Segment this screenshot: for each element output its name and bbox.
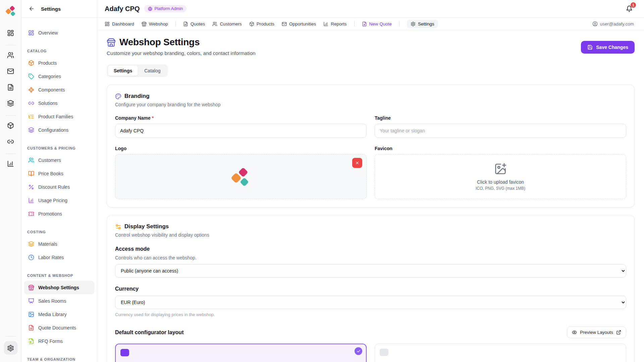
storefront-icon (107, 38, 116, 47)
currency-select[interactable]: EUR (Euro) (115, 296, 626, 309)
nav-item-label: Opportunities (289, 21, 316, 26)
mail-icon (7, 68, 14, 75)
back-button[interactable] (27, 4, 36, 13)
tab-settings[interactable]: Settings (108, 66, 138, 76)
settings-sidebar: Settings OverviewCATALOGProductsCategori… (21, 0, 97, 362)
divider (399, 21, 399, 26)
remove-logo-button[interactable] (352, 158, 362, 168)
company-name-input[interactable] (115, 124, 367, 138)
rail-reports-button[interactable] (4, 157, 17, 170)
sidebar-item-overview[interactable]: Overview (24, 26, 94, 40)
external-link-icon (616, 330, 621, 335)
rail-nav (4, 26, 17, 173)
store-icon (142, 21, 147, 26)
nav-item-label: Products (257, 21, 274, 26)
page-content: Webshop Settings Customize your webshop … (97, 30, 644, 362)
rail-settings-button[interactable] (4, 341, 17, 355)
user-menu[interactable]: user@adafy.com (592, 21, 634, 26)
rail-dashboard-button[interactable] (4, 26, 17, 40)
nav-item-dashboard[interactable]: Dashboard (105, 20, 134, 28)
app-name: Adafy CPQ (105, 5, 140, 13)
rail-products-button[interactable] (4, 119, 17, 132)
preview-layouts-button[interactable]: Preview Layouts (567, 326, 626, 338)
divider (6, 336, 16, 337)
display-settings-card: Display Settings Control webshop visibil… (107, 215, 635, 362)
nav-item-reports[interactable]: Reports (323, 20, 346, 28)
rail-solutions-button[interactable] (4, 135, 17, 148)
sidebar-item-product-families[interactable]: Product Families (24, 110, 94, 123)
logo-label: Logo (115, 146, 367, 151)
rail-customers-button[interactable] (4, 48, 17, 62)
sidebar-item-webshop-settings[interactable]: Webshop Settings (24, 281, 94, 294)
tagline-input[interactable] (375, 124, 626, 138)
branding-fields-row: Company Name * Tagline (115, 115, 626, 138)
nav-item-customers[interactable]: Customers (212, 20, 241, 28)
sidebar-item-quote-documents[interactable]: Quote Documents (24, 321, 94, 335)
sidebar-item-components[interactable]: Components (24, 83, 94, 97)
users-icon (212, 21, 217, 26)
nav-item-opportunities[interactable]: Opportunities (282, 20, 316, 28)
tab-catalog[interactable]: Catalog (139, 66, 166, 76)
display-settings-title: Display Settings (124, 223, 169, 230)
layout-option-selected[interactable] (115, 344, 367, 362)
sidebar-section-catalog: CATALOG (21, 48, 97, 54)
icon-rail (0, 0, 21, 362)
layout-option[interactable] (375, 344, 626, 362)
sidebar-section-team-organization: TEAM & ORGANIZATION (21, 357, 97, 362)
sidebar-item-labor-rates[interactable]: Labor Rates (24, 251, 94, 264)
sidebar-item-products[interactable]: Products (24, 56, 94, 70)
access-mode-select[interactable]: Public (anyone can access) (115, 264, 626, 278)
nav-item-label: Settings (418, 21, 434, 26)
sidebar-item-price-books[interactable]: Price Books (24, 167, 94, 180)
sidebar-item-materials[interactable]: Materials (24, 237, 94, 251)
sidebar-item-solutions[interactable]: Solutions (24, 97, 94, 110)
nav-item-quotes[interactable]: Quotes (183, 20, 205, 28)
link-icon (28, 100, 34, 106)
package-icon (7, 122, 14, 129)
rail-opportunities-button[interactable] (4, 64, 17, 78)
sidebar-item-media-library[interactable]: Media Library (24, 308, 94, 321)
top-navigation: DashboardWebshopQuotesCustomersProductsO… (97, 18, 644, 30)
image-icon (28, 311, 34, 317)
nav-item-label: Customers (220, 21, 241, 26)
nav-item-settings[interactable]: Settings (407, 20, 438, 28)
sidebar-item-promotions[interactable]: Promotions (24, 207, 94, 221)
sidebar-item-categories[interactable]: Categories (24, 70, 94, 83)
package-icon (249, 21, 254, 26)
save-button-label: Save Changes (596, 45, 628, 50)
sidebar-item-configurations[interactable]: Configurations (24, 123, 94, 137)
nav-item-webshop[interactable]: Webshop (142, 20, 168, 28)
sidebar-item-usage-pricing[interactable]: Usage Pricing (24, 194, 94, 207)
logo-field: Logo (115, 146, 367, 199)
sidebar-item-label: Quote Documents (38, 325, 76, 330)
mail-icon (282, 21, 287, 26)
app-header: Adafy CPQ Platform Admin 1 (97, 0, 644, 18)
sidebar-item-customers[interactable]: Customers (24, 154, 94, 167)
app-logo-icon[interactable] (5, 5, 17, 17)
save-changes-button[interactable]: Save Changes (581, 41, 635, 54)
layers-icon (28, 127, 34, 133)
notifications-button[interactable]: 1 (625, 4, 634, 13)
page-title: Webshop Settings (119, 37, 200, 48)
sidebar-item-discount-rules[interactable]: Discount Rules (24, 180, 94, 194)
nav-item-products[interactable]: Products (249, 20, 274, 28)
sidebar-item-label: Price Books (38, 171, 63, 176)
rail-quotes-button[interactable] (4, 80, 17, 94)
branding-title-row: Branding (115, 93, 626, 100)
favicon-upload-dropzone[interactable]: Click to upload favicon ICO, PNG, SVG (m… (375, 154, 626, 199)
sidebar-item-label: Discount Rules (38, 184, 70, 190)
sidebar-item-sales-rooms[interactable]: Sales Rooms (24, 294, 94, 308)
logo-upload-dropzone[interactable] (115, 154, 367, 199)
gear-icon (7, 345, 14, 352)
arrow-left-icon (29, 6, 35, 12)
layout-label: Default configurator layout (115, 329, 183, 336)
rail-configurations-button[interactable] (4, 97, 17, 110)
nav-item-new-quote[interactable]: New Quote (362, 20, 392, 28)
divider (175, 21, 176, 26)
bar-chart-icon (28, 197, 34, 203)
layers-icon (28, 241, 34, 247)
currency-label: Currency (115, 286, 626, 292)
sidebar-item-rfq-forms[interactable]: RFQ Forms (24, 335, 94, 348)
layout-thumbnail (120, 349, 129, 356)
users-icon (7, 52, 14, 59)
